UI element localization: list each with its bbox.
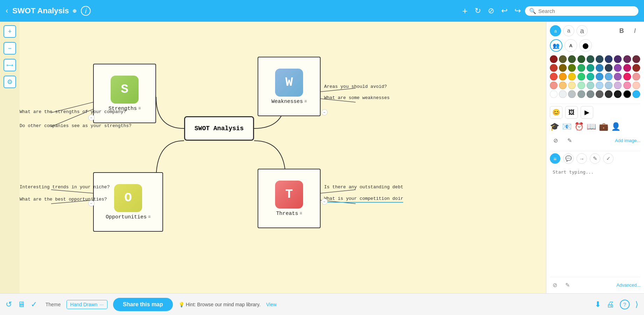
color-swatch-43[interactable] xyxy=(578,90,585,98)
color-swatch-9[interactable] xyxy=(632,55,640,63)
arrow-icon[interactable]: → xyxy=(576,153,587,164)
color-swatch-24[interactable] xyxy=(587,73,594,80)
opportunities-node[interactable]: O Opportunities ≡ xyxy=(93,172,163,232)
color-swatch-48[interactable] xyxy=(623,90,631,98)
undo-icon[interactable]: ↩ xyxy=(501,6,507,15)
check-icon[interactable]: ✓ xyxy=(31,300,37,309)
text-style-small-btn[interactable]: a xyxy=(550,25,561,36)
download-icon[interactable]: ⬇ xyxy=(595,300,601,309)
color-swatch-32[interactable] xyxy=(568,82,576,89)
emoji-icon[interactable]: 😊 xyxy=(550,106,562,119)
add-image-link[interactable]: Add image... xyxy=(615,138,640,143)
color-swatch-0[interactable] xyxy=(550,55,558,63)
sticker-person[interactable]: 👤 xyxy=(611,122,621,131)
sticker-at[interactable]: 📧 xyxy=(562,122,572,131)
color-swatch-18[interactable] xyxy=(623,64,631,72)
color-swatch-23[interactable] xyxy=(578,73,585,80)
sticker-book[interactable]: 📖 xyxy=(587,122,596,131)
image-icon[interactable]: 🖼 xyxy=(565,106,578,119)
color-swatch-46[interactable] xyxy=(605,90,612,98)
strengths-menu-icon[interactable]: ≡ xyxy=(138,106,141,111)
strengths-branch-2[interactable]: Do other companies see as your strengths… xyxy=(20,123,132,128)
sticker-clock[interactable]: ⏰ xyxy=(574,122,584,131)
color-swatch-19[interactable] xyxy=(632,64,640,72)
weaknesses-menu-icon[interactable]: ≡ xyxy=(304,99,307,104)
color-swatch-14[interactable] xyxy=(587,64,594,72)
color-swatch-39[interactable] xyxy=(632,82,640,89)
color-swatch-38[interactable] xyxy=(623,82,631,89)
color-swatch-45[interactable] xyxy=(596,90,603,98)
print-icon[interactable]: 🖨 xyxy=(607,300,614,309)
list-link-icon[interactable]: ≡ xyxy=(550,153,560,164)
color-swatch-37[interactable] xyxy=(614,82,622,89)
color-swatch-40[interactable] xyxy=(550,90,558,98)
block-icon[interactable]: ⊘ xyxy=(488,6,494,15)
opportunities-menu-icon[interactable]: ≡ xyxy=(148,215,150,219)
threats-menu-icon[interactable]: ≡ xyxy=(300,211,302,216)
color-swatch-42[interactable] xyxy=(568,90,576,98)
color-swatch-17[interactable] xyxy=(614,64,622,72)
video-icon[interactable]: ▶ xyxy=(581,106,593,119)
color-swatch-49[interactable] xyxy=(632,90,640,98)
theme-selector[interactable]: Hand Drawn ··· xyxy=(66,300,108,309)
weaknesses-expand-handle[interactable]: − xyxy=(321,109,328,115)
color-swatch-36[interactable] xyxy=(605,82,612,89)
italic-button[interactable]: I xyxy=(629,25,640,36)
opportunities-expand-handle[interactable]: − xyxy=(88,200,94,206)
comment-icon[interactable]: 💬 xyxy=(563,153,574,164)
zoom-in-button[interactable]: + xyxy=(4,25,16,38)
color-swatch-7[interactable] xyxy=(614,55,622,63)
advanced-link[interactable]: Advanced... xyxy=(616,282,640,288)
color-swatch-31[interactable] xyxy=(559,82,567,89)
weaknesses-node[interactable]: W Weaknesses ≡ xyxy=(258,57,321,116)
title-dropdown-icon[interactable]: ⊕ xyxy=(72,8,77,14)
color-swatch-28[interactable] xyxy=(623,73,631,80)
search-input[interactable] xyxy=(538,8,634,14)
text-icon-mode[interactable]: A xyxy=(565,39,577,52)
share-button[interactable]: Share this map xyxy=(113,298,173,311)
edit-pen-icon[interactable]: ✎ xyxy=(564,135,575,146)
weaknesses-branch-1[interactable]: Areas you should avoid? xyxy=(324,84,387,89)
cancel-icon[interactable]: ⊘ xyxy=(550,135,561,146)
forward-icon[interactable]: ↪ xyxy=(514,6,521,15)
center-node[interactable]: SWOT Analysis xyxy=(184,116,254,141)
bottom-pen-icon[interactable]: ✎ xyxy=(562,280,572,290)
sticker-graduation[interactable]: 🎓 xyxy=(550,122,559,131)
color-swatch-47[interactable] xyxy=(614,90,622,98)
help-icon[interactable]: ? xyxy=(620,300,630,309)
color-swatch-1[interactable] xyxy=(559,55,567,63)
color-swatch-16[interactable] xyxy=(605,64,612,72)
check-icon[interactable]: ✓ xyxy=(603,153,614,164)
color-swatch-26[interactable] xyxy=(605,73,612,80)
color-swatch-2[interactable] xyxy=(568,55,576,63)
connect-button[interactable]: ⟷ xyxy=(4,59,16,71)
color-swatch-33[interactable] xyxy=(578,82,585,89)
info-button[interactable]: i xyxy=(81,6,91,16)
color-swatch-41[interactable] xyxy=(559,90,567,98)
settings-button[interactable]: ⚙ xyxy=(4,76,16,88)
color-swatch-5[interactable] xyxy=(596,55,603,63)
threats-branch-1[interactable]: Is there any outstanding debt xyxy=(324,184,403,190)
bold-button[interactable]: B xyxy=(616,25,627,36)
threats-expand-handle[interactable]: − xyxy=(321,198,328,205)
color-swatch-21[interactable] xyxy=(559,73,567,80)
color-swatch-29[interactable] xyxy=(632,73,640,80)
color-swatch-44[interactable] xyxy=(587,90,594,98)
strengths-branch-1[interactable]: What are the strengths of your company? xyxy=(20,109,126,114)
color-swatch-6[interactable] xyxy=(605,55,612,63)
opportunities-branch-1[interactable]: Interesting trends in your niche? xyxy=(20,184,110,190)
bottom-cancel-icon[interactable]: ⊘ xyxy=(550,280,560,290)
pencil-icon[interactable]: ✎ xyxy=(590,153,600,164)
redo-icon[interactable]: ↻ xyxy=(475,6,481,15)
color-swatch-13[interactable] xyxy=(578,64,585,72)
threats-branch-2[interactable]: What is your competition doir xyxy=(324,196,403,203)
sticker-briefcase[interactable]: 💼 xyxy=(599,122,608,131)
text-style-medium-btn[interactable]: a xyxy=(563,25,574,36)
color-swatch-8[interactable] xyxy=(623,55,631,63)
people-icon-mode[interactable]: 👥 xyxy=(550,39,562,52)
color-swatch-3[interactable] xyxy=(578,55,585,63)
color-swatch-15[interactable] xyxy=(596,64,603,72)
typing-area[interactable] xyxy=(550,167,640,277)
color-swatch-20[interactable] xyxy=(550,73,558,80)
color-swatch-4[interactable] xyxy=(587,55,594,63)
